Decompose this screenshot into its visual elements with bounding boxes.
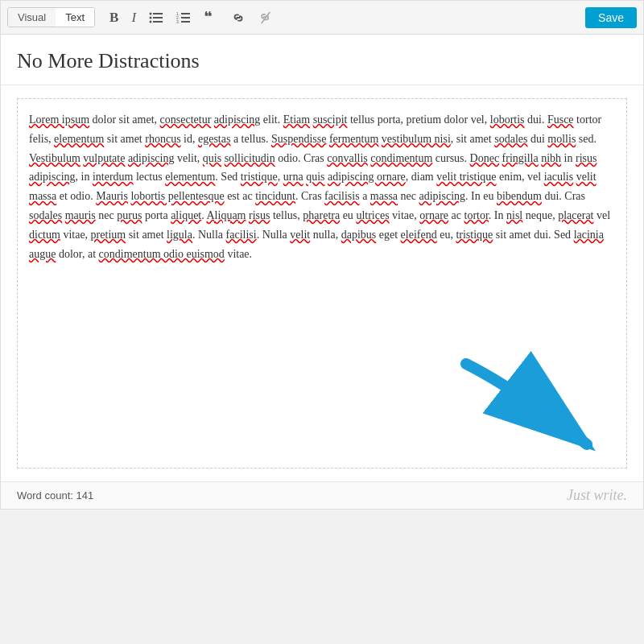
word-consectetur: consectetur — [160, 114, 212, 126]
editor-footer: Word count: 141 Just write. — [1, 481, 643, 509]
word-lobortis2: lobortis pellentesque — [130, 190, 224, 202]
word-adipiscing: adipiscing — [214, 114, 261, 126]
word-ligula: ligula — [167, 229, 192, 241]
word-rhoncus: rhoncus — [145, 133, 180, 145]
word-risus: risus — [576, 152, 597, 164]
ul-icon — [149, 11, 163, 24]
word-adipiscing3: adipiscing — [29, 171, 76, 183]
word-velit3: velit — [290, 229, 310, 241]
ol-icon: 1. 2. 3. — [176, 11, 191, 24]
svg-rect-2 — [153, 21, 163, 23]
word-elementum2: elementum — [165, 171, 215, 183]
quote-icon: ❝ — [204, 11, 218, 24]
content-body: Lorem ipsum dolor sit amet, consectetur … — [29, 110, 615, 263]
blockquote-button[interactable]: ❝ — [199, 8, 223, 27]
word-fusce: Fusce — [547, 114, 574, 126]
word-tristique2: tristique — [456, 229, 493, 241]
word-velit: velit tristique — [436, 171, 496, 183]
link-button[interactable] — [226, 8, 250, 27]
word-tortor: tortor — [464, 209, 489, 221]
word-sollicitudin: sollicitudin — [225, 152, 275, 164]
svg-point-3 — [150, 12, 152, 14]
post-title: No More Distractions — [17, 49, 627, 73]
word-lobortis: lobortis — [490, 114, 525, 126]
word-tincidunt: tincidunt — [255, 190, 295, 202]
tab-group: Visual Text — [7, 7, 95, 27]
word-vestibulum: Vestibulum — [29, 152, 80, 164]
title-area: No More Distractions — [1, 35, 643, 85]
word-donec: Donec — [470, 152, 500, 164]
word-quis: quis — [203, 152, 221, 164]
tab-text[interactable]: Text — [56, 8, 94, 27]
svg-rect-7 — [181, 17, 190, 19]
word-adipiscing2: adipiscing — [128, 152, 175, 164]
word-massa: massa — [29, 190, 56, 202]
word-condimentum2: condimentum odio euismod — [99, 248, 225, 260]
word-vulputate: vulputate — [83, 152, 125, 164]
word-facilisis: facilisis — [324, 190, 360, 202]
word-convallis: convallis — [327, 152, 368, 164]
word-nisl: nisl — [506, 209, 522, 221]
word-iaculis: iaculis — [544, 171, 574, 183]
content-wrapper: Lorem ipsum dolor sit amet, consectetur … — [1, 98, 643, 469]
svg-rect-1 — [153, 17, 163, 19]
svg-point-5 — [150, 20, 152, 23]
word-placerat: placerat — [558, 209, 593, 221]
italic-button[interactable]: I — [126, 7, 141, 27]
toolbar: Visual Text B I 1. 2. 3. — [1, 1, 643, 35]
word-eleifend: eleifend — [401, 229, 437, 241]
word-interdum: interdum — [93, 171, 134, 183]
word-dictum: dictum — [29, 229, 60, 241]
word-pharetra: pharetra — [303, 209, 340, 221]
word-quis2: quis — [306, 171, 324, 183]
word-fermentum: fermentum — [329, 133, 378, 145]
word-fringilla: fringilla — [502, 152, 539, 164]
word-vestibulum: vestibulum nisi — [382, 133, 451, 145]
word-adipiscing5: adipiscing — [419, 190, 466, 202]
ordered-list-button[interactable]: 1. 2. 3. — [171, 8, 196, 27]
word-aliquam: Aliquam — [207, 209, 246, 221]
word-lorem: Lorem ipsum — [29, 114, 89, 126]
word-condimentum: condimentum — [370, 152, 432, 164]
just-write-tagline: Just write. — [567, 487, 627, 504]
unlink-button[interactable] — [254, 8, 278, 27]
word-urna: urna — [283, 171, 303, 183]
svg-text:❝: ❝ — [204, 11, 213, 24]
svg-rect-8 — [181, 21, 190, 23]
word-ornare: ornare — [419, 209, 448, 221]
word-facilisi: facilisi — [226, 229, 257, 241]
word-mauris: Mauris — [96, 190, 128, 202]
save-button[interactable]: Save — [585, 7, 637, 28]
svg-rect-0 — [153, 13, 163, 14]
word-egestas: egestas — [198, 133, 230, 145]
word-elementum: elementum — [54, 133, 104, 145]
word-tristique: tristique — [241, 171, 278, 183]
unordered-list-button[interactable] — [144, 8, 168, 27]
word-sodales: sodales — [494, 133, 527, 145]
bold-button[interactable]: B — [105, 7, 123, 27]
svg-rect-6 — [181, 13, 190, 14]
word-adipiscing4: adipiscing ornare — [328, 171, 406, 183]
editor-container: Visual Text B I 1. 2. 3. — [0, 0, 644, 510]
word-bibendum: bibendum — [497, 190, 542, 202]
word-mollis: mollis — [547, 133, 576, 145]
word-risus: risus — [249, 209, 270, 221]
word-suscipit: suscipit — [313, 114, 348, 126]
tab-visual[interactable]: Visual — [8, 8, 56, 27]
word-pretium: pretium — [91, 229, 126, 241]
word-sodales2: sodales — [29, 209, 62, 221]
svg-point-4 — [150, 16, 152, 19]
word-count-label: Word count: 141 — [17, 489, 93, 502]
word-purus: purus — [117, 209, 142, 221]
word-aliquet: aliquet — [171, 209, 201, 221]
word-nibh: nibh — [541, 152, 561, 164]
word-suspendisse: Suspendisse — [271, 133, 326, 145]
word-massa2: massa — [370, 190, 398, 202]
word-etiam: Etiam — [283, 114, 310, 126]
word-ultrices: ultrices — [356, 209, 389, 221]
unlink-icon — [258, 11, 273, 24]
word-dapibus: dapibus — [341, 229, 377, 241]
content-editor[interactable]: Lorem ipsum dolor sit amet, consectetur … — [17, 98, 627, 469]
word-velit2: velit — [576, 171, 597, 183]
svg-text:3.: 3. — [176, 19, 180, 24]
